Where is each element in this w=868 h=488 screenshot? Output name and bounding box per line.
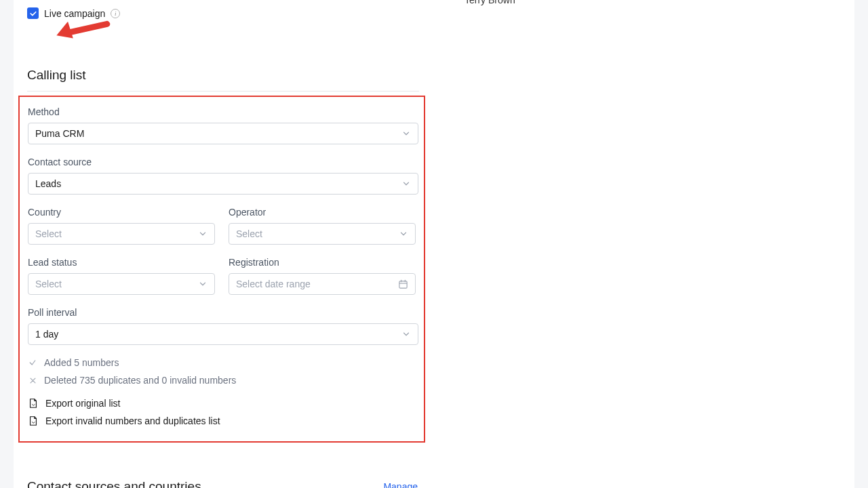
country-label: Country: [28, 207, 215, 218]
contact-source-label: Contact source: [28, 157, 416, 167]
export-original-label: Export original list: [45, 398, 121, 409]
chevron-down-icon: [399, 229, 408, 239]
method-label: Method: [28, 106, 416, 117]
chevron-down-icon: [198, 229, 208, 239]
method-select[interactable]: Puma CRM: [28, 123, 418, 144]
divider: [27, 91, 419, 92]
contact-source-select[interactable]: Leads: [28, 173, 418, 195]
partial-text-top: Terry Brown: [465, 0, 515, 5]
export-original-button[interactable]: Export original list: [28, 398, 416, 409]
lead-status-placeholder: Select: [35, 279, 62, 289]
info-icon[interactable]: i: [111, 9, 120, 18]
document-download-icon: [28, 415, 39, 426]
export-invalid-label: Export invalid numbers and duplicates li…: [45, 415, 220, 426]
check-icon: [29, 9, 37, 18]
x-icon: [28, 377, 37, 384]
highlight-box: Method Puma CRM Contact source Leads Cou…: [18, 96, 425, 443]
live-campaign-checkbox[interactable]: [27, 7, 39, 19]
chevron-down-icon: [401, 129, 411, 138]
registration-placeholder: Select date range: [236, 279, 311, 289]
check-icon: [28, 359, 37, 367]
calendar-icon: [398, 279, 408, 289]
svg-rect-2: [399, 281, 407, 287]
document-download-icon: [28, 398, 39, 409]
operator-label: Operator: [229, 207, 416, 218]
registration-label: Registration: [229, 257, 416, 268]
poll-interval-select[interactable]: 1 day: [28, 323, 418, 345]
registration-date-input[interactable]: Select date range: [229, 273, 416, 295]
status-added-text: Added 5 numbers: [44, 357, 119, 368]
country-select[interactable]: Select: [28, 223, 215, 245]
operator-placeholder: Select: [236, 228, 262, 239]
manage-link[interactable]: Manage: [383, 481, 418, 488]
contact-sources-heading: Contact sources and countries: [27, 479, 201, 488]
country-placeholder: Select: [35, 228, 62, 239]
contact-source-value: Leads: [35, 178, 61, 189]
chevron-down-icon: [401, 179, 411, 188]
status-added: Added 5 numbers: [28, 357, 416, 368]
chevron-down-icon: [401, 329, 411, 339]
method-value: Puma CRM: [35, 128, 84, 139]
lead-status-label: Lead status: [28, 257, 215, 268]
operator-select[interactable]: Select: [229, 223, 416, 245]
poll-interval-label: Poll interval: [28, 307, 416, 318]
poll-interval-value: 1 day: [35, 329, 58, 340]
chevron-down-icon: [198, 279, 208, 289]
export-invalid-button[interactable]: Export invalid numbers and duplicates li…: [28, 415, 416, 426]
status-deleted-text: Deleted 735 duplicates and 0 invalid num…: [44, 375, 236, 386]
lead-status-select[interactable]: Select: [28, 273, 215, 295]
status-deleted: Deleted 735 duplicates and 0 invalid num…: [28, 375, 416, 386]
calling-list-heading: Calling list: [27, 68, 841, 83]
